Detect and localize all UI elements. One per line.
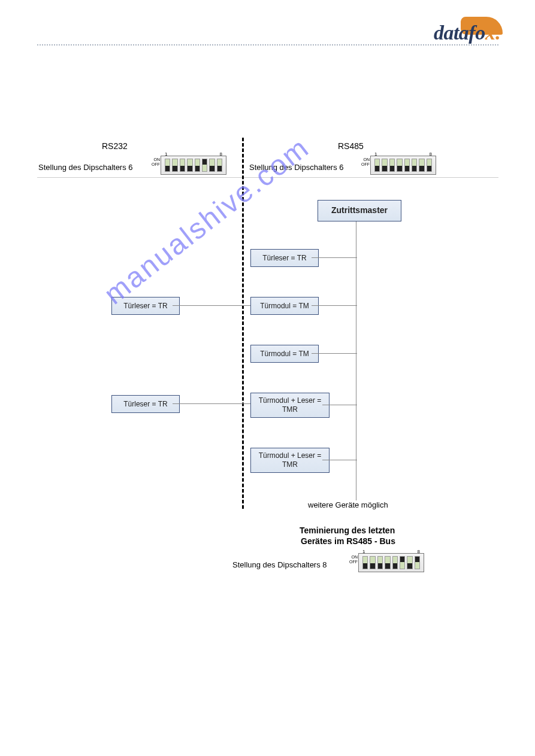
connector	[173, 305, 250, 306]
dip-switch	[415, 556, 420, 569]
dip-switch-row	[371, 156, 436, 172]
connector	[322, 460, 357, 460]
dip-legend-right: ONOFF	[358, 157, 370, 168]
box-master: Zutrittsmaster	[318, 200, 401, 221]
dip-switch	[397, 159, 402, 172]
box-tm-1: Türmodul = TM	[250, 297, 319, 315]
brand-text-1: datafo	[434, 22, 485, 44]
brand-logo: datafox:	[434, 22, 501, 44]
dip-switch	[165, 159, 170, 172]
connector	[312, 305, 357, 306]
dip-num-end: 8	[430, 151, 432, 157]
dip-switch	[202, 159, 207, 172]
connector	[322, 405, 357, 405]
dipswitch-left: ONOFF 1 8	[161, 156, 226, 175]
dip-switch	[427, 159, 432, 172]
dip-switch	[385, 556, 390, 569]
dip-switch	[195, 159, 200, 172]
label-rs485: RS485	[338, 141, 364, 151]
header-underline	[37, 177, 498, 178]
dip-num-end: 8	[220, 151, 222, 157]
box-tr-left-1: Türleser = TR	[111, 297, 180, 315]
box-tm-2: Türmodul = TM	[250, 345, 319, 363]
box-tr-right: Türleser = TR	[250, 249, 319, 267]
dip-switch	[404, 159, 410, 172]
connector	[312, 353, 357, 354]
dip-switch	[412, 159, 417, 172]
dip-switch	[407, 556, 412, 569]
dip-switch	[362, 556, 368, 569]
dip-switch	[209, 159, 214, 172]
dip6-label-right: Stellung des Dipschalters 6	[249, 163, 344, 172]
box-tmr-1: Türmodul + Leser = TMR	[250, 393, 330, 418]
dip-legend-8: ONOFF	[346, 555, 358, 565]
dip-num-start: 1	[374, 151, 377, 157]
dip-switch	[374, 159, 380, 172]
dip-num-end: 8	[418, 549, 420, 554]
dip-switch	[392, 556, 398, 569]
dip-switch-row	[359, 554, 424, 569]
dipswitch-right: ONOFF 1 8	[370, 156, 436, 175]
dip-legend-left: ONOFF	[148, 157, 160, 168]
label-more-devices: weitere Geräte möglich	[308, 500, 388, 509]
connector	[173, 403, 250, 404]
brand-text-2: x	[485, 22, 495, 44]
dip8-label: Stellung des Dipschalters 8	[232, 560, 327, 569]
dip-switch	[180, 159, 185, 172]
dip-num-start: 1	[362, 549, 365, 554]
header-dotted-line	[37, 44, 498, 45]
dip-switch	[389, 159, 395, 172]
label-termination-1: Teminierung des letzten	[300, 526, 395, 535]
dip-switch	[377, 556, 383, 569]
label-rs232: RS232	[102, 141, 128, 151]
connector	[312, 257, 357, 258]
dip-switch-row	[161, 156, 226, 172]
dipswitch-8: ONOFF 1 8	[358, 553, 424, 572]
dip-num-start: 1	[165, 151, 167, 157]
watermark: manualshive.com	[98, 56, 410, 311]
bus-spine	[356, 221, 356, 500]
box-tr-left-2: Türleser = TR	[111, 395, 180, 413]
dip-switch	[217, 159, 222, 172]
dip-switch	[419, 159, 424, 172]
dip6-label-left: Stellung des Dipschalters 6	[38, 163, 133, 172]
dip-switch	[370, 556, 375, 569]
dip-switch	[187, 159, 192, 172]
page: datafox: RS232 RS485 Stellung des Dipsch…	[0, 0, 535, 756]
dip-switch	[172, 159, 177, 172]
box-tmr-2: Türmodul + Leser = TMR	[250, 448, 330, 473]
brand-colon: :	[495, 22, 501, 44]
label-termination-2: Gerätes im RS485 - Bus	[301, 536, 395, 546]
dip-switch	[382, 159, 387, 172]
dip-switch	[400, 556, 405, 569]
center-dashed-line	[242, 138, 244, 509]
